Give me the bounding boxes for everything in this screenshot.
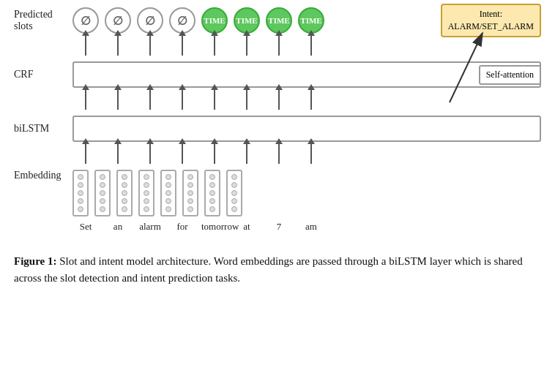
arrow-arrows-crf-bilstm-1 <box>105 89 131 110</box>
v-arrow-2 <box>149 143 151 164</box>
arrow-arrows-slot-crf-3 <box>169 35 195 56</box>
arrows-slots-crf <box>72 35 555 56</box>
arrow-arrows-slot-crf-7 <box>298 35 324 56</box>
embed-dot-5-3 <box>187 198 193 204</box>
embed-dot-6-4 <box>209 206 215 212</box>
embedding-col-2 <box>116 170 133 216</box>
embed-dot-2-3 <box>122 198 127 204</box>
arrow-arrows-slot-crf-0 <box>72 35 99 56</box>
embed-dot-6-1 <box>209 182 215 188</box>
arrows-crf-bilstm <box>72 89 555 110</box>
v-arrow-6 <box>278 35 280 56</box>
embed-stack-1 <box>94 170 111 216</box>
embed-dot-5-2 <box>187 190 193 196</box>
embedding-col-4 <box>160 170 176 216</box>
arrow-arrows-crf-bilstm-4 <box>201 89 228 110</box>
v-arrow-7 <box>310 35 312 56</box>
v-arrow-0 <box>85 143 86 164</box>
caption-text: Slot and intent model architecture. Word… <box>14 255 523 284</box>
embed-dot-3-2 <box>144 190 149 196</box>
embed-dot-1-2 <box>100 190 105 196</box>
embedding-label: Embedding <box>14 170 72 181</box>
arrows-bilstm-embed <box>72 143 555 164</box>
word-label-2: alarm <box>137 221 163 233</box>
diagram-container: Predicted slots ∅∅∅∅TIMETIMETIMETIME Int… <box>14 7 541 233</box>
v-arrow-0 <box>85 89 86 110</box>
word-label-7: am <box>298 221 324 233</box>
v-arrow-5 <box>246 89 247 110</box>
v-arrow-1 <box>117 35 119 56</box>
embed-dot-7-2 <box>231 190 237 196</box>
word-label-0: Set <box>72 221 99 233</box>
embed-dot-2-0 <box>122 174 127 180</box>
crf-box <box>72 61 541 88</box>
word-label-5: at <box>234 221 260 233</box>
v-arrow-3 <box>182 143 183 164</box>
arrow-arrows-bilstm-embed-1 <box>105 143 131 164</box>
embed-dot-6-3 <box>209 198 215 204</box>
arrow-arrows-bilstm-embed-4 <box>201 143 228 164</box>
arrow-arrows-bilstm-embed-7 <box>298 143 324 164</box>
embed-dot-1-4 <box>100 206 105 212</box>
embedding-col-7 <box>226 170 242 216</box>
embed-dot-0-4 <box>78 206 83 212</box>
caption-label: Figure 1: <box>14 255 56 267</box>
self-attention-label: Self-attention <box>486 69 534 80</box>
embedding-col-3 <box>138 170 154 216</box>
v-arrow-6 <box>278 143 280 164</box>
embed-dot-0-1 <box>78 182 83 188</box>
embed-stack-3 <box>138 170 154 216</box>
arrow-arrows-slot-crf-5 <box>234 35 260 56</box>
v-arrow-2 <box>149 35 151 56</box>
embed-stack-2 <box>116 170 133 216</box>
arrow-arrows-slot-crf-1 <box>105 35 131 56</box>
embed-dot-5-4 <box>187 206 193 212</box>
embed-dot-4-3 <box>165 198 171 204</box>
embed-dot-3-1 <box>144 182 149 188</box>
arrow-arrows-crf-bilstm-5 <box>234 89 260 110</box>
embed-dot-3-4 <box>144 206 149 212</box>
embed-dot-1-3 <box>100 198 105 204</box>
arrow-arrows-bilstm-embed-2 <box>137 143 163 164</box>
v-arrow-5 <box>246 143 247 164</box>
word-labels: Setanalarmfortomorrowat7am <box>72 221 541 233</box>
figure-caption: Figure 1: Slot and intent model architec… <box>14 253 541 287</box>
word-label-6: 7 <box>266 221 292 233</box>
v-arrow-7 <box>310 143 312 164</box>
arrow-arrows-crf-bilstm-6 <box>266 89 292 110</box>
self-attention-box: Self-attention <box>479 65 541 85</box>
embed-dot-7-3 <box>231 198 237 204</box>
embed-dot-7-0 <box>231 174 237 180</box>
embed-dot-4-2 <box>165 190 171 196</box>
embed-dot-1-1 <box>100 182 105 188</box>
v-arrow-1 <box>117 143 119 164</box>
v-arrow-4 <box>214 143 215 164</box>
embed-stack-4 <box>160 170 176 216</box>
embedding-cols <box>72 170 541 216</box>
arrow-arrows-slot-crf-4 <box>201 35 228 56</box>
embed-stack-0 <box>72 170 89 216</box>
embed-dot-4-1 <box>165 182 171 188</box>
embed-dot-5-1 <box>187 182 193 188</box>
embed-stack-5 <box>182 170 198 216</box>
embed-dot-3-3 <box>144 198 149 204</box>
v-arrow-3 <box>182 35 183 56</box>
embed-dot-3-0 <box>144 174 149 180</box>
embed-dot-0-2 <box>78 190 83 196</box>
embed-dot-4-0 <box>165 174 171 180</box>
embedding-col-1 <box>94 170 111 216</box>
embed-dot-4-4 <box>165 206 171 212</box>
embed-dot-6-0 <box>209 174 215 180</box>
arrow-arrows-bilstm-embed-5 <box>234 143 260 164</box>
v-arrow-0 <box>85 35 86 56</box>
arrow-arrows-bilstm-embed-0 <box>72 143 99 164</box>
arrows-slot-crf-container <box>72 35 555 56</box>
intent-label-line1: Intent: <box>480 9 502 19</box>
arrows-bilstm-embed-container <box>72 143 555 164</box>
arrow-arrows-crf-bilstm-2 <box>137 89 163 110</box>
embed-dot-0-3 <box>78 198 83 204</box>
v-arrow-1 <box>117 89 119 110</box>
slots-label: Predicted slots <box>14 9 72 32</box>
word-label-1: an <box>105 221 131 233</box>
embed-dot-0-0 <box>78 174 83 180</box>
